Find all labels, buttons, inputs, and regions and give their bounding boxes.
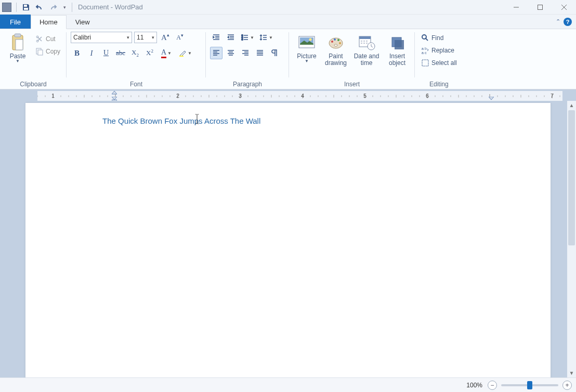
replace-button[interactable]: abac Replace (419, 45, 459, 56)
scissors-icon (35, 35, 44, 43)
paint-label: Paint drawing (322, 53, 349, 67)
font-family-combo[interactable]: Calibri▾ (71, 32, 132, 43)
increase-indent-button[interactable] (225, 31, 237, 44)
tab-file[interactable]: File (0, 15, 31, 29)
highlight-button[interactable]: ▼ (177, 47, 193, 59)
svg-point-13 (242, 39, 243, 41)
group-insert: Picture ▼ Paint drawing Date and time In… (289, 29, 415, 89)
svg-point-28 (422, 35, 426, 39)
document-page[interactable]: The Quick Brown Fox Jumps Across The Wal… (25, 103, 551, 377)
decrease-indent-button[interactable] (210, 31, 222, 44)
group-font: Calibri▾ 11▾ A▴ A▾ B I U abc X2 X2 A▼ ▼ … (67, 29, 206, 89)
group-paragraph-label: Paragraph (210, 80, 285, 89)
paragraph-dialog-button[interactable] (268, 47, 281, 59)
zoom-slider[interactable] (501, 384, 558, 386)
bullets-button[interactable]: ▼ (239, 31, 256, 44)
svg-point-11 (242, 35, 243, 36)
ruler-mark: 5 (363, 93, 366, 99)
left-indent-marker[interactable] (112, 97, 117, 101)
svg-rect-5 (16, 40, 23, 50)
align-center-button[interactable] (225, 47, 237, 59)
svg-rect-33 (422, 60, 428, 66)
scroll-thumb[interactable] (568, 110, 575, 245)
font-size-value: 11 (137, 34, 143, 41)
group-clipboard-label: Clipboard (4, 80, 62, 89)
ruler-mark: 3 (239, 93, 242, 99)
ribbon-tabs: File Home View ⌃ ? (0, 15, 576, 29)
insert-datetime-button[interactable]: Date and time (351, 31, 382, 69)
superscript-button[interactable]: X2 (143, 47, 156, 59)
font-color-button[interactable]: A▼ (158, 47, 175, 59)
ruler-mark: 6 (426, 93, 429, 99)
svg-text:b: b (425, 47, 427, 50)
line-spacing-button[interactable]: ▼ (258, 31, 274, 44)
scroll-down-button[interactable]: ▼ (567, 369, 576, 377)
tab-view[interactable]: View (67, 15, 99, 29)
minimize-button[interactable] (504, 0, 528, 15)
svg-point-18 (331, 41, 333, 43)
cut-button[interactable]: Cut (33, 33, 62, 45)
copy-button[interactable]: Copy (33, 46, 62, 57)
zoom-out-button[interactable]: − (488, 381, 497, 390)
tab-home[interactable]: Home (31, 15, 67, 29)
vertical-scrollbar[interactable]: ▲ ▼ (567, 101, 576, 377)
redo-button[interactable] (47, 2, 59, 13)
select-all-button[interactable]: Select all (419, 57, 459, 69)
svg-rect-2 (538, 5, 543, 9)
find-button[interactable]: Find (419, 32, 459, 44)
svg-rect-1 (24, 8, 28, 10)
font-size-combo[interactable]: 11▾ (134, 32, 157, 43)
select-all-label: Select all (431, 59, 457, 67)
subscript-button[interactable]: X2 (129, 47, 141, 59)
collapse-ribbon-icon[interactable]: ⌃ (556, 18, 560, 25)
close-button[interactable] (552, 0, 576, 15)
align-left-button[interactable] (210, 47, 222, 59)
strikethrough-button[interactable]: abc (114, 47, 127, 59)
ruler-mark: 4 (301, 93, 304, 99)
scroll-up-button[interactable]: ▲ (567, 101, 576, 110)
undo-button[interactable] (34, 2, 45, 13)
save-button[interactable] (20, 2, 32, 13)
right-indent-marker[interactable] (489, 97, 494, 101)
replace-icon: abac (421, 46, 429, 55)
grow-font-button[interactable]: A▴ (159, 31, 172, 44)
help-button[interactable]: ? (564, 18, 572, 26)
zoom-value: 100% (466, 382, 482, 389)
insert-object-button[interactable]: Insert object (384, 31, 411, 69)
bold-button[interactable]: B (71, 47, 83, 59)
ruler-mark: 7 (551, 93, 554, 99)
insert-paint-button[interactable]: Paint drawing (322, 31, 349, 69)
svg-rect-10 (179, 56, 184, 57)
document-text[interactable]: The Quick Brown Fox Jumps Across The Wal… (102, 116, 260, 125)
group-paragraph: ▼ ▼ Paragraph (206, 29, 289, 89)
document-area: The Quick Brown Fox Jumps Across The Wal… (0, 101, 576, 377)
italic-button[interactable]: I (85, 47, 98, 59)
paste-button[interactable]: Paste ▼ (4, 31, 31, 66)
svg-text:a: a (422, 47, 424, 50)
qat-customize[interactable]: ▾ (61, 2, 68, 13)
maximize-button[interactable] (528, 0, 552, 15)
insert-picture-button[interactable]: Picture ▼ (293, 31, 320, 66)
svg-marker-105 (489, 97, 494, 100)
ruler-mark: 1 (51, 93, 55, 99)
svg-point-20 (337, 39, 339, 41)
first-line-indent-marker[interactable] (112, 91, 117, 95)
align-right-button[interactable] (239, 47, 252, 59)
align-justify-button[interactable] (254, 47, 266, 59)
find-icon (421, 34, 429, 42)
svg-rect-27 (395, 40, 404, 49)
shrink-font-button[interactable]: A▾ (174, 31, 186, 44)
font-family-value: Calibri (73, 34, 91, 41)
svg-rect-9 (38, 50, 43, 55)
copy-label: Copy (46, 48, 60, 55)
zoom-in-button[interactable]: + (562, 381, 572, 390)
svg-rect-4 (15, 34, 21, 37)
window-title: Document - WordPad (78, 3, 143, 11)
ruler-mark: 2 (176, 93, 179, 99)
underline-button[interactable]: U (100, 47, 112, 59)
svg-marker-102 (112, 91, 117, 94)
zoom-slider-knob[interactable] (527, 381, 532, 389)
group-editing: Find abac Replace Select all Editing (415, 29, 463, 89)
svg-point-22 (334, 44, 337, 46)
find-label: Find (431, 34, 443, 42)
